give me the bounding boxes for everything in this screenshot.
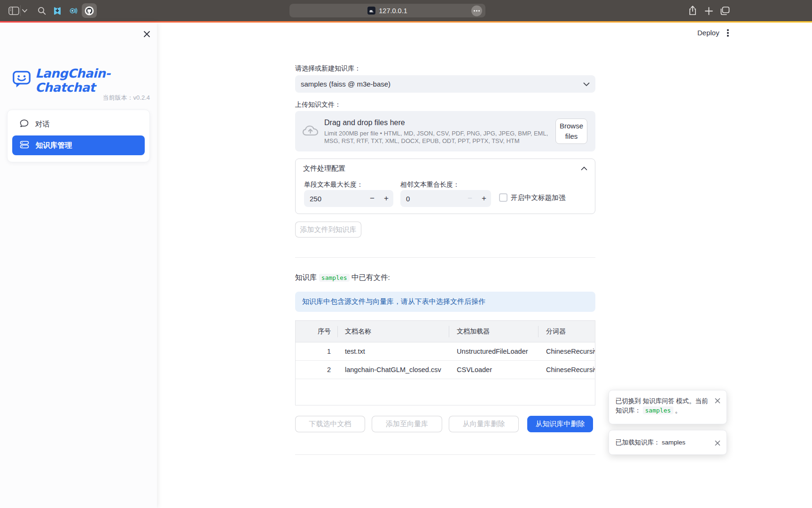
table-row[interactable]: 1 test.txt UnstructuredFileLoader Chines…	[296, 342, 595, 361]
sidebar-item-label: 知识库管理	[36, 141, 72, 151]
cell-loader: CSVLoader	[449, 361, 538, 379]
divider	[295, 257, 595, 258]
knowledge-stack-icon	[20, 140, 29, 151]
heading-prefix: 知识库	[295, 273, 319, 281]
download-selected-button[interactable]: 下载选中文档	[295, 416, 365, 432]
circles-tab-favicon[interactable]	[68, 6, 78, 16]
info-alert: 知识库中包含源文件与向量库，请从下表中选择文件后操作	[295, 292, 595, 312]
brand-title: LangChain-Chatchat	[35, 66, 157, 95]
kb-selectbox[interactable]: samples (faiss @ m3e-base)	[295, 75, 595, 93]
tab-overview-icon[interactable]	[720, 7, 730, 16]
chunk-size-field[interactable]	[304, 195, 365, 203]
expander-header[interactable]: 文件处理配置	[296, 159, 595, 178]
address-bar[interactable]: 127.0.0.1	[289, 4, 485, 17]
toolbar-divider	[20, 5, 21, 16]
file-uploader-dropzone[interactable]: Drag and drop files here Limit 200MB per…	[295, 111, 595, 151]
toast-close-icon[interactable]	[714, 439, 721, 447]
increment-icon[interactable]: +	[379, 190, 393, 207]
new-tab-icon[interactable]	[705, 7, 713, 15]
dropzone-title: Drag and drop files here	[324, 119, 405, 127]
zh-title-checkbox[interactable]	[499, 193, 508, 202]
cell-splitter: ChineseRecursiveTextSplitter	[538, 342, 595, 360]
decrement-icon: −	[463, 190, 477, 207]
chevron-down-icon	[583, 80, 590, 88]
overlap-size-input: − +	[400, 190, 491, 207]
cell-filename: test.txt	[337, 342, 449, 360]
app-version: 当前版本：v0.2.4	[103, 94, 150, 102]
divider	[295, 454, 595, 455]
sidebar-item-label: 对话	[35, 119, 50, 129]
search-icon[interactable]	[38, 7, 46, 15]
brand: LangChain-Chatchat	[12, 66, 157, 95]
url-text: 127.0.0.1	[379, 7, 407, 15]
dropzone-limits: Limit 200MB per file • HTML, MD, JSON, C…	[324, 130, 552, 144]
table-row[interactable]: 2 langchain-ChatGLM_closed.csv CSVLoader…	[296, 361, 595, 379]
heading-suffix: 中已有文件:	[351, 273, 390, 281]
zh-title-checkbox-label: 开启中文标题加强	[511, 193, 565, 202]
sidebar-item-knowledge-base[interactable]: 知识库管理	[12, 135, 145, 155]
site-favicon	[367, 7, 375, 15]
chunk-size-input: − +	[304, 190, 393, 207]
delete-from-kb-button[interactable]: 从知识库中删除	[527, 416, 593, 432]
kb-select-label: 请选择或新建知识库：	[295, 64, 361, 73]
table-header-row: 序号 文档名称 文档加载器 分词器	[296, 321, 595, 342]
upload-label: 上传知识文件：	[295, 101, 341, 109]
sidebar-close-icon[interactable]	[142, 29, 151, 39]
cell-splitter: ChineseRecursiveTextSplitter	[538, 361, 595, 379]
column-header-splitter[interactable]: 分词器	[538, 321, 595, 342]
chevron-up-icon	[581, 164, 587, 173]
info-alert-text: 知识库中包含源文件与向量库，请从下表中选择文件后操作	[302, 297, 485, 306]
add-to-vectorstore-button[interactable]: 添加至向量库	[372, 416, 442, 432]
github-tab[interactable]	[82, 3, 97, 18]
cell-loader: UnstructuredFileLoader	[449, 342, 538, 360]
cell-index: 1	[296, 342, 337, 360]
column-header-filename[interactable]: 文档名称	[337, 321, 449, 342]
files-table: 序号 文档名称 文档加载器 分词器 1 test.txt Unstructure…	[295, 320, 595, 405]
decrement-icon[interactable]: −	[365, 190, 379, 207]
expander-title: 文件处理配置	[303, 164, 345, 173]
toast-text: 已切换到 知识库问答 模式。当前知识库： samples 。	[616, 397, 710, 415]
brand-logo-icon	[12, 70, 31, 91]
add-files-button[interactable]: 添加文件到知识库	[295, 222, 361, 238]
cell-filename: langchain-ChatGLM_closed.csv	[337, 361, 449, 379]
sidebar-toggle-icon[interactable]	[8, 7, 19, 15]
toast-close-icon[interactable]	[714, 397, 721, 405]
cell-index: 2	[296, 361, 337, 379]
column-header-index[interactable]: 序号	[296, 321, 337, 342]
cloud-upload-icon	[302, 124, 319, 138]
toast-kb-loaded: 已加载知识库： samples	[609, 430, 727, 455]
sidebar-item-dialogue[interactable]: 对话	[12, 115, 145, 134]
sidebar-nav: 对话 知识库管理	[7, 110, 150, 162]
kb-name-code: samples	[319, 274, 350, 282]
delete-from-vectorstore-button[interactable]: 从向量库删除	[449, 416, 519, 432]
file-config-expander: 文件处理配置 单段文本最大长度： 相邻文本重合长度： − + − + 开启中文标…	[295, 159, 595, 214]
chat-bubble-icon	[20, 119, 29, 130]
bookmark-tab-favicon[interactable]	[53, 6, 62, 16]
chunk-size-label: 单段文本最大长度：	[304, 181, 363, 189]
overlap-size-field[interactable]	[400, 195, 463, 203]
kb-files-heading: 知识库 samples 中已有文件:	[295, 273, 390, 283]
toast-text: 已加载知识库： samples	[616, 438, 686, 447]
share-icon[interactable]	[688, 5, 697, 16]
deploy-button[interactable]: Deploy	[697, 29, 719, 37]
github-icon	[84, 6, 94, 16]
browse-files-button[interactable]: Browse files	[555, 119, 587, 144]
column-header-loader[interactable]: 文档加载器	[449, 321, 538, 342]
page-options-icon[interactable]	[471, 5, 482, 16]
chevron-down-icon[interactable]	[22, 9, 27, 13]
toast-mode-switched: 已切换到 知识库问答 模式。当前知识库： samples 。	[609, 390, 727, 424]
overlap-size-label: 相邻文本重合长度：	[400, 181, 460, 189]
browser-toolbar: 127.0.0.1	[0, 0, 812, 21]
overflow-menu-icon[interactable]	[724, 29, 732, 37]
toast-text-suffix: 。	[675, 407, 681, 414]
kb-selectbox-value: samples (faiss @ m3e-base)	[301, 80, 583, 88]
increment-icon[interactable]: +	[477, 190, 491, 207]
toast-kb-code: samples	[643, 406, 673, 414]
sidebar: LangChain-Chatchat 当前版本：v0.2.4 对话 知识库管理	[0, 23, 157, 508]
